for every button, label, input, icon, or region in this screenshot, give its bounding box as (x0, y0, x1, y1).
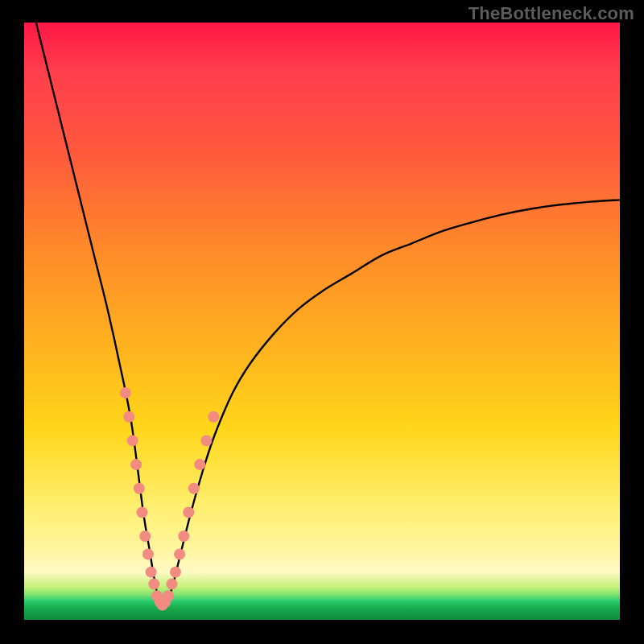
highlight-dot (123, 411, 134, 423)
highlight-dot (200, 435, 212, 446)
highlight-dot (148, 578, 159, 589)
highlight-dot (142, 548, 154, 559)
highlight-dot (120, 387, 131, 398)
highlight-dot (146, 567, 157, 578)
bottleneck-curve (36, 23, 620, 609)
highlight-dot (163, 590, 174, 601)
curve-layer (24, 23, 620, 620)
watermark-text: TheBottleneck.com (469, 3, 634, 24)
highlight-dot (170, 567, 181, 578)
highlight-dot (183, 506, 194, 518)
highlight-dots-group (120, 387, 220, 610)
highlight-dot (137, 506, 148, 518)
highlight-dot (178, 530, 189, 542)
highlight-dot (130, 459, 142, 470)
plot-area (24, 23, 620, 620)
highlight-dot (188, 483, 200, 494)
highlight-dot (167, 578, 178, 589)
highlight-dot (208, 411, 219, 423)
highlight-dot (134, 483, 145, 494)
highlight-dot (174, 548, 185, 559)
highlight-dot (139, 530, 151, 542)
chart-frame: TheBottleneck.com (0, 0, 644, 644)
highlight-dot (194, 459, 205, 470)
highlight-dot (127, 435, 138, 446)
